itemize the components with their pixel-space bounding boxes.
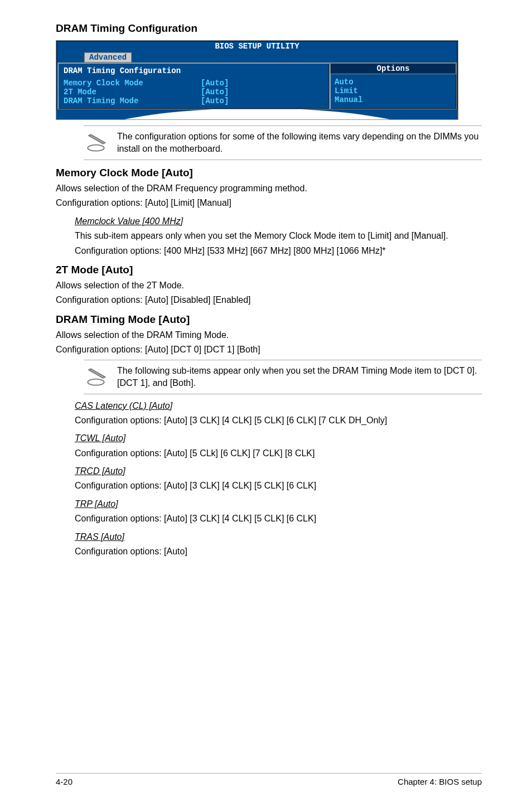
bios-item-value: [Auto] [201,96,323,105]
pencil-note-icon [84,131,108,155]
pencil-note-icon [84,365,108,389]
bios-option: Manual [335,95,452,104]
bios-item-label: DRAM Timing Mode [64,96,138,105]
bios-options-title: Options [330,63,456,74]
bios-item: DRAM Timing Mode [Auto] [64,96,323,105]
body-text: Configuration options: [Auto] [Disabled]… [56,294,482,306]
bios-item-value: [Auto] [201,79,323,88]
subitem-title: TRCD [Auto] [75,466,125,476]
body-text: Configuration options: [Auto] [3 CLK] [4… [75,480,482,492]
subitem-title: TCWL [Auto] [75,433,125,443]
bios-tab-row: Advanced [56,52,458,62]
bios-left-panel: DRAM Timing Configuration Memory Clock M… [57,62,330,109]
body-text: Allows selection of the 2T Mode. [56,279,482,292]
bios-right-panel: Options Auto Limit Manual [330,62,457,109]
chapter-label: Chapter 4: BIOS setup [398,777,482,786]
body-text: Allows selection of the DRAM Timing Mode… [56,329,482,341]
bios-curve-decoration [56,109,458,119]
bios-tab-advanced: Advanced [84,52,132,62]
body-text: This sub-item appears only when you set … [75,230,482,242]
page-title: DRAM Timing Configuration [56,22,482,35]
body-text: Configuration options: [Auto] [5 CLk] [6… [75,447,482,460]
subitem-title: TRP [Auto] [75,499,118,509]
body-text: Configuration options: [Auto] [Limit] [M… [56,197,482,209]
subitem-title: CAS Latency (CL) [Auto] [75,401,172,410]
body-text: Configuration options: [Auto] [3 CLK] [4… [75,513,482,525]
body-text: Configuration options: [400 MHz] [533 MH… [75,245,482,257]
svg-point-0 [88,145,104,151]
heading-memory-clock-mode: Memory Clock Mode [Auto] [56,167,482,179]
subitem-title: TRAS [Auto] [75,532,124,542]
page-footer: 4-20 Chapter 4: BIOS setup [56,773,482,786]
bios-item-value: [Auto] [201,88,323,96]
page-number: 4-20 [56,777,72,786]
bios-item: Memory Clock Mode [Auto] [64,79,323,88]
heading-dram-timing-mode: DRAM Timing Mode [Auto] [56,313,482,326]
bios-item-label: 2T Mode [64,88,96,96]
note-box: The following sub-items appear only when… [84,360,482,394]
body-text: Configuration options: [Auto] [DCT 0] [D… [56,344,482,356]
svg-point-1 [88,379,104,385]
subitem-title: Memclock Value [400 MHz] [75,216,183,226]
bios-option: Auto [335,78,452,86]
body-text: Allows selection of the DRAM Frequency p… [56,182,482,195]
bios-panel-title: DRAM Timing Configuration [64,66,323,75]
bios-item: 2T Mode [Auto] [64,88,323,96]
bios-option: Limit [335,86,452,95]
note-box: The configuration options for some of th… [84,125,482,160]
heading-2t-mode: 2T Mode [Auto] [56,264,482,276]
body-text: Configuration options: [Auto] [3 CLK] [4… [75,414,482,427]
bios-title: BIOS SETUP UTILITY [56,41,458,52]
bios-screenshot: BIOS SETUP UTILITY Advanced DRAM Timing … [56,40,458,120]
note-text-content: The configuration options for some of th… [117,132,478,153]
note-text: The following sub-items appear only when… [117,365,482,389]
body-text: Configuration options: [Auto] [75,545,482,558]
bios-item-label: Memory Clock Mode [64,79,143,88]
note-text: The configuration options for some of th… [117,131,482,154]
